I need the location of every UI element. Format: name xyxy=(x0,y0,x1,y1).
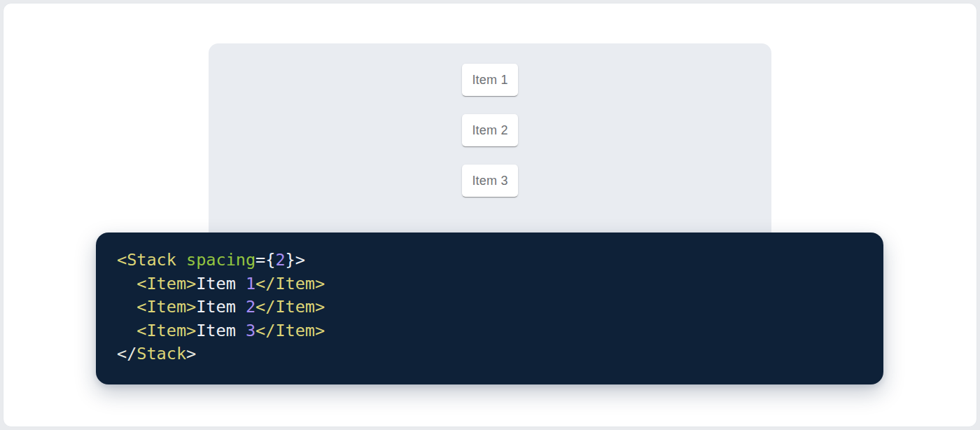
code-token-tag: </Item> xyxy=(255,321,325,340)
stack-item-label: Item 1 xyxy=(472,73,507,88)
code-token-num: 2 xyxy=(275,250,285,270)
code-token-tag: <Item> xyxy=(136,321,196,340)
stack-item-card: Item 3 xyxy=(462,165,518,197)
code-token-tag: Stack xyxy=(136,344,186,363)
code-snippet: <Stack spacing={2}> <Item>Item 1</Item> … xyxy=(117,249,862,366)
code-token-plain: { xyxy=(265,250,275,270)
code-token-num: 1 xyxy=(246,274,255,293)
code-block: <Stack spacing={2}> <Item>Item 1</Item> … xyxy=(96,233,883,384)
code-token-tag: </Item> xyxy=(255,297,325,317)
code-token-plain: Item xyxy=(196,321,246,340)
stack-demo-panel: Item 1 Item 2 Item 3 xyxy=(209,43,771,254)
code-token-punct: > xyxy=(186,344,196,363)
stack-item-card: Item 2 xyxy=(462,114,518,146)
code-token-plain xyxy=(117,297,136,317)
code-token-plain: Item xyxy=(196,274,246,293)
screenshot-stage: Item 1 Item 2 Item 3 <Stack spacing={2}>… xyxy=(0,0,980,430)
code-token-plain: = xyxy=(255,250,265,270)
code-token-plain xyxy=(176,250,186,270)
code-token-plain: Item xyxy=(196,297,246,317)
code-token-attr: spacing xyxy=(186,250,255,270)
stack-item-label: Item 3 xyxy=(472,174,507,188)
stack-item-label: Item 2 xyxy=(472,123,507,138)
code-token-num: 2 xyxy=(246,297,255,317)
code-token-plain xyxy=(117,321,136,340)
code-token-punct: </ xyxy=(117,344,136,363)
stack-item-card: Item 1 xyxy=(462,64,518,96)
code-token-tag: <Stack xyxy=(117,250,176,270)
code-token-tag: <Item> xyxy=(136,274,196,293)
code-token-tag: <Item> xyxy=(136,297,196,317)
code-token-num: 3 xyxy=(246,321,255,340)
code-token-plain xyxy=(117,274,136,293)
code-token-tag: </Item> xyxy=(255,274,325,293)
code-token-plain: }> xyxy=(286,250,305,270)
